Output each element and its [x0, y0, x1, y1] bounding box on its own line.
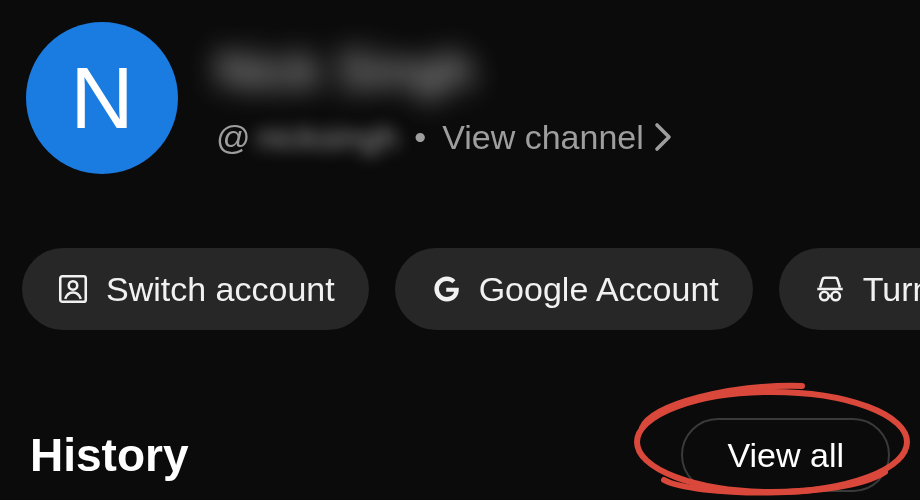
handle: @ nicksingh [216, 118, 398, 157]
avatar[interactable]: N [26, 22, 178, 174]
separator-dot: • [414, 118, 426, 157]
switch-account-icon [56, 272, 90, 306]
handle-row: @ nicksingh • View channel [216, 118, 672, 157]
view-channel-link[interactable]: View channel [442, 118, 672, 157]
account-chip-row: Switch account Google Account Turn [22, 248, 920, 330]
history-section: History View all [30, 418, 890, 492]
incognito-label: Turn [863, 270, 920, 309]
switch-account-label: Switch account [106, 270, 335, 309]
svg-point-4 [831, 292, 840, 301]
account-screen: N Nick Singh @ nicksingh • View channel [0, 0, 920, 500]
view-all-label: View all [727, 436, 844, 475]
profile-text: Nick Singh @ nicksingh • View channel [216, 40, 672, 157]
handle-text: nicksingh [257, 118, 399, 157]
display-name: Nick Singh [216, 40, 672, 100]
avatar-initial: N [70, 47, 134, 149]
switch-account-chip[interactable]: Switch account [22, 248, 369, 330]
incognito-icon [813, 272, 847, 306]
view-channel-label: View channel [442, 118, 644, 157]
google-g-icon [429, 272, 463, 306]
svg-point-1 [69, 281, 78, 290]
chevron-right-icon [654, 122, 672, 152]
google-account-chip[interactable]: Google Account [395, 248, 753, 330]
profile-header: N Nick Singh @ nicksingh • View channel [26, 22, 672, 174]
svg-point-3 [820, 292, 829, 301]
google-account-label: Google Account [479, 270, 719, 309]
handle-prefix: @ [216, 118, 251, 157]
incognito-chip[interactable]: Turn [779, 248, 920, 330]
view-all-button[interactable]: View all [681, 418, 890, 492]
history-title: History [30, 428, 188, 482]
